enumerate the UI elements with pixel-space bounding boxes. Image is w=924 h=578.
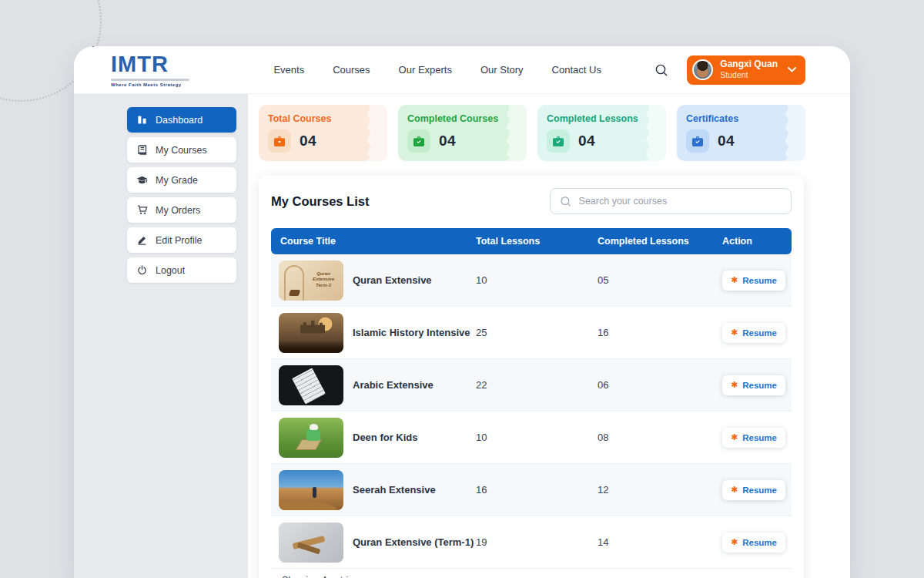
star-icon: ✱ bbox=[731, 486, 738, 494]
briefcase-icon bbox=[407, 129, 430, 153]
nav-our-experts[interactable]: Our Experts bbox=[399, 64, 452, 76]
brand-tagline: Where Faith Meets Strategy bbox=[111, 82, 189, 87]
table-row: Quran Extensive (Term-1) 19 14 ✱Resume bbox=[271, 516, 792, 569]
course-thumbnail bbox=[279, 470, 343, 510]
main-nav: Events Courses Our Experts Our Story Con… bbox=[273, 64, 601, 76]
stat-label: Completed Courses bbox=[407, 113, 517, 124]
app-body: Dashboard My Courses My Grade My Orders bbox=[74, 94, 850, 578]
stat-value: 04 bbox=[718, 133, 735, 150]
table-row: Arabic Extensive 22 06 ✱Resume bbox=[271, 359, 792, 412]
completed-lessons: 16 bbox=[598, 327, 722, 338]
table-row: Deen for Kids 10 08 ✱Resume bbox=[271, 412, 792, 464]
stat-card-certificates: Certificates 04 bbox=[677, 105, 805, 161]
sidebar-item-label: Logout bbox=[156, 265, 185, 276]
col-total-lessons: Total Lessons bbox=[476, 236, 598, 247]
logo-microtext bbox=[111, 79, 189, 81]
thumbnail-text: Quran Extensive Term-3 bbox=[306, 271, 340, 289]
stat-card-total-courses: Total Courses 04 bbox=[259, 105, 387, 161]
stat-card-completed-lessons: Completed Lessons 04 bbox=[537, 105, 666, 161]
sidebar-item-label: Edit Profile bbox=[156, 235, 202, 246]
completed-lessons: 14 bbox=[598, 536, 722, 548]
brand-name: IMTR bbox=[111, 53, 189, 76]
cart-icon bbox=[136, 205, 148, 215]
resume-button[interactable]: ✱Resume bbox=[722, 375, 785, 395]
nav-courses[interactable]: Courses bbox=[333, 64, 370, 76]
stat-label: Certificates bbox=[686, 113, 796, 124]
stat-card-completed-courses: Completed Courses 04 bbox=[398, 105, 527, 161]
resume-button[interactable]: ✱Resume bbox=[722, 480, 785, 500]
stat-value: 04 bbox=[439, 133, 456, 150]
completed-lessons: 08 bbox=[598, 432, 722, 443]
sidebar-item-label: My Grade bbox=[156, 175, 198, 186]
sidebar-item-my-courses[interactable]: My Courses bbox=[127, 137, 236, 163]
table-header: Course Title Total Lessons Completed Les… bbox=[271, 228, 792, 254]
course-thumbnail bbox=[279, 313, 343, 353]
brand-logo[interactable]: IMTR Where Faith Meets Strategy bbox=[111, 53, 189, 87]
graduation-cap-icon bbox=[136, 176, 148, 185]
user-name: Gangxi Quan bbox=[720, 59, 778, 70]
stat-label: Total Courses bbox=[268, 113, 378, 124]
sidebar-item-dashboard[interactable]: Dashboard bbox=[127, 107, 236, 133]
nav-events[interactable]: Events bbox=[273, 64, 304, 76]
power-icon bbox=[136, 265, 148, 275]
star-icon: ✱ bbox=[731, 433, 738, 442]
star-icon: ✱ bbox=[731, 276, 738, 284]
nav-our-story[interactable]: Our Story bbox=[480, 64, 524, 76]
course-search-input[interactable] bbox=[579, 196, 782, 207]
search-icon bbox=[560, 195, 572, 208]
sidebar-item-label: My Orders bbox=[156, 205, 200, 216]
completed-lessons: 06 bbox=[598, 379, 722, 391]
star-icon: ✱ bbox=[731, 381, 738, 389]
nav-contact-us[interactable]: Contact Us bbox=[552, 64, 601, 76]
stat-value: 04 bbox=[578, 133, 595, 150]
table-footer: Showing 4 entries bbox=[271, 575, 792, 578]
course-title: Islamic History Intensive bbox=[353, 327, 470, 338]
chevron-down-icon bbox=[788, 67, 796, 72]
table-row: Quran Extensive Term-3 Quran Extensive 1… bbox=[271, 254, 792, 307]
sidebar: Dashboard My Courses My Grade My Orders bbox=[74, 94, 248, 578]
panel-title: My Courses List bbox=[271, 194, 369, 209]
book-icon bbox=[136, 145, 148, 155]
main-content: Total Courses 04 Completed Courses bbox=[248, 94, 850, 578]
total-lessons: 25 bbox=[476, 327, 598, 338]
stat-value: 04 bbox=[300, 133, 316, 150]
resume-button[interactable]: ✱Resume bbox=[722, 323, 785, 343]
avatar bbox=[692, 59, 713, 80]
courses-panel: My Courses List Course Title Total Lesso… bbox=[259, 176, 804, 578]
completed-lessons: 12 bbox=[598, 484, 722, 496]
course-thumbnail bbox=[279, 365, 343, 405]
search-icon[interactable] bbox=[654, 63, 668, 77]
col-action: Action bbox=[722, 236, 792, 247]
total-lessons: 19 bbox=[476, 536, 598, 548]
course-title: Seerah Extensive bbox=[353, 484, 436, 496]
table-row: Seerah Extensive 16 12 ✱Resume bbox=[271, 464, 792, 516]
sidebar-item-my-grade[interactable]: My Grade bbox=[127, 167, 236, 193]
sidebar-item-label: My Courses bbox=[156, 145, 207, 156]
resume-button[interactable]: ✱Resume bbox=[722, 533, 785, 553]
sidebar-item-label: Dashboard bbox=[156, 115, 203, 126]
course-title: Quran Extensive (Term-1) bbox=[353, 536, 474, 548]
resume-button[interactable]: ✱Resume bbox=[722, 428, 785, 448]
resume-button[interactable]: ✱Resume bbox=[722, 271, 785, 291]
col-course-title: Course Title bbox=[271, 236, 476, 247]
header-right: Gangxi Quan Student bbox=[654, 55, 805, 85]
table-row: Islamic History Intensive 25 16 ✱Resume bbox=[271, 307, 792, 359]
sidebar-item-edit-profile[interactable]: Edit Profile bbox=[127, 227, 236, 253]
total-lessons: 10 bbox=[476, 274, 598, 286]
col-completed-lessons: Completed Lessons bbox=[598, 236, 722, 247]
dashboard-icon bbox=[136, 115, 148, 125]
course-search[interactable] bbox=[550, 188, 792, 214]
user-menu[interactable]: Gangxi Quan Student bbox=[687, 55, 805, 85]
course-thumbnail bbox=[279, 523, 343, 563]
total-lessons: 16 bbox=[476, 484, 598, 496]
app-header: IMTR Where Faith Meets Strategy Events C… bbox=[74, 46, 850, 94]
star-icon: ✱ bbox=[731, 538, 738, 546]
pencil-icon bbox=[136, 235, 148, 245]
sidebar-item-my-orders[interactable]: My Orders bbox=[127, 197, 236, 223]
briefcase-icon bbox=[686, 129, 709, 153]
course-title: Deen for Kids bbox=[353, 432, 418, 443]
sidebar-item-logout[interactable]: Logout bbox=[127, 257, 236, 283]
course-thumbnail: Quran Extensive Term-3 bbox=[279, 260, 343, 301]
course-title: Quran Extensive bbox=[353, 274, 432, 286]
app-window: IMTR Where Faith Meets Strategy Events C… bbox=[74, 46, 850, 578]
